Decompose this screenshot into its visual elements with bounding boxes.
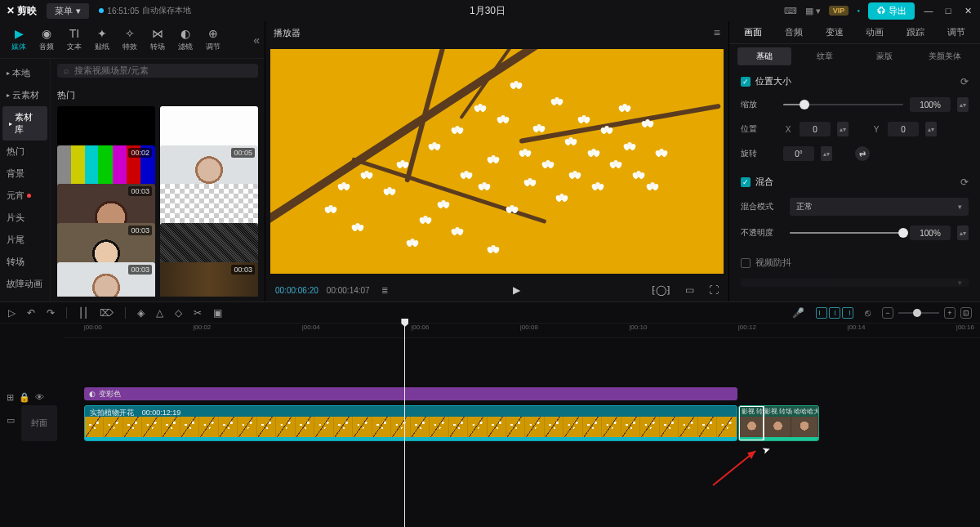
sidenav-故障动画[interactable]: 故障动画 <box>0 273 50 295</box>
search-input[interactable] <box>74 65 252 75</box>
sidenav-片尾[interactable]: 片尾 <box>0 229 50 251</box>
reset-blend-icon[interactable]: ⟳ <box>960 176 969 188</box>
preview-canvas[interactable]: [[15,60],[20,55],[25,62],[28,50],[33,75]… <box>270 49 724 274</box>
export-button[interactable]: ⮉ 导出 <box>868 2 915 20</box>
scale-slider[interactable] <box>783 104 903 105</box>
rotate-value[interactable]: 0° <box>783 146 814 161</box>
ratio-icon[interactable]: ▭ <box>685 284 694 296</box>
pos-size-checkbox[interactable]: ✓ <box>741 77 751 87</box>
top-tab-媒体[interactable]: ▶媒体 <box>5 27 33 52</box>
snap-mode-group[interactable] <box>816 307 853 319</box>
zoom-fit-button[interactable]: ⊡ <box>960 307 972 319</box>
filter-clip[interactable]: ◐ 变彩色 <box>84 387 737 400</box>
hot-section-label: 热门 <box>57 89 258 101</box>
top-tab-音频[interactable]: ◉音频 <box>33 27 60 52</box>
asset-thumb[interactable]: 00:03⬇ <box>160 262 258 297</box>
library-search[interactable]: ⌕ <box>57 64 258 78</box>
stabilize-checkbox[interactable] <box>741 258 751 268</box>
play-button[interactable]: ▶ <box>513 284 520 296</box>
top-tab-特效[interactable]: ✧特效 <box>116 27 144 52</box>
vip-badge[interactable]: VIP <box>829 6 849 16</box>
opacity-slider[interactable] <box>790 232 903 234</box>
fullscreen-icon[interactable]: ⛶ <box>709 284 719 296</box>
chevron-right-icon: ▸ <box>9 120 12 127</box>
opacity-value[interactable]: 100% <box>910 226 951 240</box>
maximize-button[interactable]: □ <box>942 5 954 16</box>
main-menu-button[interactable]: 菜单 ▾ <box>47 3 89 19</box>
scale-spinner[interactable]: ▴▾ <box>957 97 969 112</box>
inspector-tab-动画[interactable]: 动画 <box>854 22 895 42</box>
top-tab-贴纸[interactable]: ✦贴纸 <box>88 27 116 52</box>
tab-label: 特效 <box>122 42 137 52</box>
close-button[interactable]: ✕ <box>962 5 973 16</box>
scale-value[interactable]: 100% <box>910 97 951 112</box>
opacity-spinner[interactable]: ▴▾ <box>957 226 969 240</box>
select-tool-icon[interactable]: ▷ <box>8 307 16 319</box>
sidenav-素材库[interactable]: ▸素材库 <box>2 106 47 141</box>
top-tab-滤镜[interactable]: ◐滤镜 <box>172 27 199 52</box>
cover-button[interactable]: 封面 <box>21 405 57 441</box>
sidenav-片头[interactable]: 片头 <box>0 207 50 229</box>
timeline-ruler[interactable]: |00:00|00:02|00:04|00:06|00:08|00:10|00:… <box>64 324 980 338</box>
x-value[interactable]: 0 <box>800 122 831 136</box>
x-spinner[interactable]: ▴▾ <box>837 122 849 136</box>
video-clip-main[interactable]: 实拍植物开花 00:00:12:19 <box>84 405 737 441</box>
sidenav-背景[interactable]: 背景 <box>0 163 50 185</box>
playhead[interactable] <box>404 324 405 527</box>
top-tab-调节[interactable]: ⊕调节 <box>199 27 227 52</box>
inspector-subtab-基础[interactable]: 基础 <box>737 47 791 65</box>
video-clip-second[interactable]: 影视 转影视 转场哈哈哈大笑00 <box>738 405 819 441</box>
clip-segment-label: 哈哈哈大笑 <box>794 407 817 416</box>
filter-track-header[interactable]: ⊞ 🔒 👁 <box>0 387 64 407</box>
marker-icon[interactable]: ◈ <box>137 307 145 319</box>
top-tab-转场[interactable]: ⋈转场 <box>144 27 172 52</box>
inspector-tab-变速[interactable]: 变速 <box>814 22 855 42</box>
safe-zone-icon[interactable]: ⁅◯⁆ <box>652 284 670 296</box>
blend-mode-select[interactable]: 正常 ▾ <box>790 198 969 216</box>
inspector-tab-音频[interactable]: 音频 <box>773 22 814 42</box>
inspector-subtab-纹章[interactable]: 纹章 <box>798 47 852 65</box>
redo-icon[interactable]: ↷ <box>47 307 55 319</box>
tab-label: 调节 <box>206 42 220 52</box>
reverse-icon[interactable]: ◇ <box>175 307 182 319</box>
zoom-out-button[interactable]: − <box>882 307 893 319</box>
sidenav-转场[interactable]: 转场 <box>0 251 50 273</box>
delete-icon[interactable]: ⌦ <box>100 307 114 319</box>
y-spinner[interactable]: ▴▾ <box>925 122 937 136</box>
timecode-mode-icon[interactable]: ≣ <box>381 286 388 295</box>
mic-icon[interactable]: 🎤 <box>792 307 804 319</box>
crop-icon[interactable]: ✂ <box>194 307 202 319</box>
sidenav-label: 故障动画 <box>7 278 42 290</box>
freeze-icon[interactable]: ▣ <box>213 307 222 319</box>
minimize-button[interactable]: — <box>923 5 934 16</box>
sidenav-热门[interactable]: 热门 <box>0 141 50 163</box>
top-tab-文本[interactable]: TI文本 <box>60 27 88 52</box>
rotate-spinner[interactable]: ▴▾ <box>821 146 832 161</box>
inspector-tab-调节[interactable]: 调节 <box>936 22 977 42</box>
sidenav-本地[interactable]: ▸本地 <box>0 62 50 84</box>
split-icon[interactable]: ⎮⎮ <box>78 307 88 319</box>
sidenav-元宵[interactable]: 元宵 <box>0 185 50 207</box>
sidenav-空镜[interactable]: 空镜 <box>0 295 50 301</box>
thumb-duration: 00:03 <box>128 226 152 235</box>
collapse-tabs-icon[interactable]: « <box>253 33 260 47</box>
inspector-subtab-蒙版[interactable]: 蒙版 <box>858 47 912 65</box>
inspector-tab-画面[interactable]: 画面 <box>733 22 773 42</box>
link-icon[interactable]: ⎋ <box>865 307 871 319</box>
layout-icon[interactable]: ▦ ▾ <box>805 6 821 16</box>
sidenav-云素材[interactable]: ▸云素材 <box>0 84 50 106</box>
asset-thumb[interactable]: 00:03⬇ <box>57 262 155 297</box>
inspector-tab-跟踪[interactable]: 跟踪 <box>895 22 936 42</box>
sidenav-label: 片尾 <box>7 234 24 246</box>
zoom-in-button[interactable]: + <box>944 307 956 319</box>
ai-tool-icon[interactable]: △ <box>156 307 163 319</box>
reset-pos-icon[interactable]: ⟳ <box>960 76 969 87</box>
blend-checkbox[interactable]: ✓ <box>741 177 751 187</box>
undo-icon[interactable]: ↶ <box>27 307 35 319</box>
shortcut-icon[interactable]: ⌨ <box>784 6 797 16</box>
inspector-subtab-美颜美体[interactable]: 美颜美体 <box>918 47 972 65</box>
player-menu-icon[interactable]: ≡ <box>714 26 720 39</box>
zoom-slider[interactable] <box>898 312 939 314</box>
y-value[interactable]: 0 <box>888 122 919 136</box>
flip-button[interactable]: ⇄ <box>855 146 870 161</box>
